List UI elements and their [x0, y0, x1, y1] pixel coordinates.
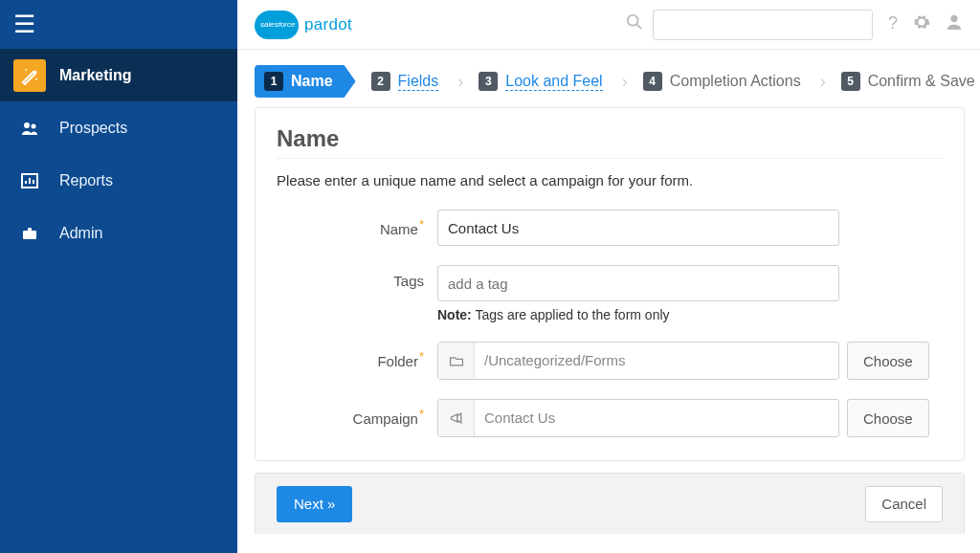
wizard-step-completion-actions[interactable]: 4 Completion Actions — [634, 65, 814, 98]
panel-subtitle: Please enter a unique name and select a … — [277, 172, 943, 188]
folder-field: /Uncategorized/Forms — [437, 342, 839, 380]
users-icon — [13, 112, 46, 144]
campaign-choose-button[interactable]: Choose — [847, 399, 929, 437]
wizard-step-fields[interactable]: 2 Fields — [362, 65, 453, 98]
svg-point-7 — [950, 15, 957, 22]
wizard-steps: 1 Name 2 Fields › 3 Look and Feel › 4 Co… — [237, 50, 980, 107]
sidebar-item-label: Marketing — [59, 67, 132, 84]
form-row-campaign: Campaign* Contact Us Choose — [277, 399, 943, 437]
svg-rect-5 — [23, 231, 36, 239]
logo[interactable]: salesforce pardot — [255, 11, 352, 39]
form-row-name: Name* — [277, 210, 943, 246]
form-panel: Name Please enter a unique name and sele… — [255, 107, 965, 461]
form-row-tags: Tags Note: Tags are applied to the form … — [277, 265, 943, 322]
folder-value: /Uncategorized/Forms — [475, 343, 838, 379]
sidebar-item-prospects[interactable]: Prospects — [0, 101, 237, 154]
search-icon[interactable] — [626, 13, 643, 35]
tags-input[interactable] — [437, 265, 839, 301]
wizard-step-confirm-save[interactable]: 5 Confirm & Save — [832, 65, 980, 98]
campaign-label: Campaign* — [277, 399, 437, 427]
search-input[interactable] — [653, 10, 873, 40]
topbar: salesforce pardot ? — [237, 0, 980, 50]
tags-note: Note: Tags are applied to the form only — [437, 307, 943, 322]
hamburger-icon[interactable]: ☰ — [0, 0, 237, 49]
wand-icon — [13, 59, 46, 92]
briefcase-icon — [13, 217, 46, 250]
sidebar-item-reports[interactable]: Reports — [0, 154, 237, 207]
wizard-step-name[interactable]: 1 Name — [255, 65, 356, 98]
wizard-step-look-and-feel[interactable]: 3 Look and Feel — [469, 65, 615, 98]
name-label: Name* — [277, 210, 437, 237]
panel-title: Name — [277, 125, 943, 152]
chart-icon — [13, 165, 46, 197]
form-footer: Next » Cancel — [255, 473, 965, 534]
sidebar-item-label: Admin — [59, 225, 102, 242]
main: salesforce pardot ? 1 Name 2 Fields — [237, 0, 980, 553]
tags-label: Tags — [277, 265, 437, 289]
name-input[interactable] — [437, 210, 839, 246]
megaphone-icon — [438, 400, 475, 436]
campaign-field: Contact Us — [437, 399, 839, 437]
sidebar-item-marketing[interactable]: Marketing — [0, 49, 237, 101]
logo-text: pardot — [304, 15, 352, 34]
folder-label: Folder* — [277, 342, 437, 369]
svg-point-6 — [628, 15, 638, 26]
sidebar-item-label: Reports — [59, 172, 113, 189]
help-icon[interactable]: ? — [888, 13, 898, 35]
sidebar-item-label: Prospects — [59, 120, 127, 137]
folder-choose-button[interactable]: Choose — [847, 342, 929, 380]
divider — [277, 158, 943, 159]
svg-point-3 — [32, 123, 36, 128]
chevron-right-icon: › — [820, 72, 826, 92]
chevron-right-icon: › — [622, 72, 628, 92]
gear-icon[interactable] — [913, 13, 930, 35]
svg-point-0 — [25, 69, 27, 71]
chevron-right-icon: › — [457, 72, 463, 92]
sidebar-item-admin[interactable]: Admin — [0, 207, 237, 259]
form-row-folder: Folder* /Uncategorized/Forms Choose — [277, 342, 943, 380]
salesforce-cloud-icon: salesforce — [255, 11, 299, 39]
user-icon[interactable] — [946, 13, 963, 35]
next-button[interactable]: Next » — [277, 486, 352, 522]
sidebar: ☰ Marketing Prospects Reports Admin — [0, 0, 237, 553]
folder-icon — [438, 343, 475, 379]
campaign-value: Contact Us — [475, 400, 838, 436]
svg-point-1 — [35, 78, 37, 80]
cancel-button[interactable]: Cancel — [865, 486, 943, 522]
svg-point-2 — [24, 122, 30, 128]
